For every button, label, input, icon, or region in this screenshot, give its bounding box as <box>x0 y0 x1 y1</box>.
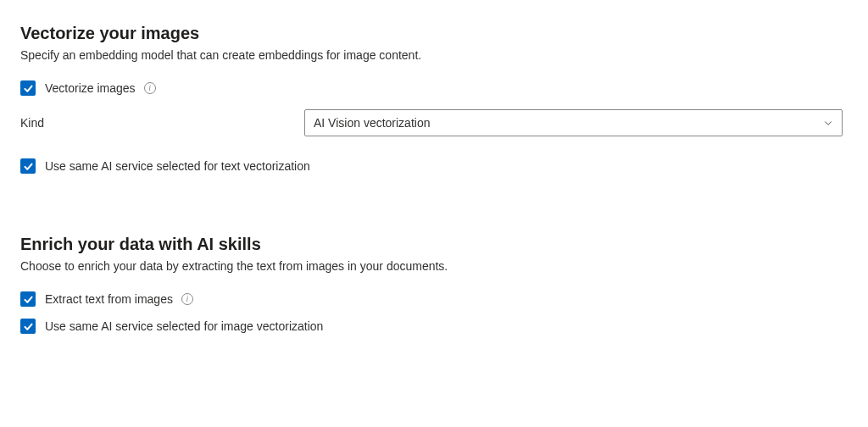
same-service-image-label[interactable]: Use same AI service selected for image v… <box>45 319 323 333</box>
kind-select[interactable]: AI Vision vectorization <box>304 109 843 136</box>
extract-text-label[interactable]: Extract text from images <box>45 292 173 306</box>
kind-select-value: AI Vision vectorization <box>314 116 430 130</box>
vectorize-images-checkbox[interactable] <box>20 80 36 96</box>
section-title: Enrich your data with AI skills <box>20 235 848 254</box>
chevron-down-icon <box>823 118 833 128</box>
checkmark-icon <box>23 161 34 172</box>
kind-field-row: Kind AI Vision vectorization <box>20 109 848 136</box>
same-service-text-row: Use same AI service selected for text ve… <box>20 158 848 174</box>
checkmark-icon <box>23 321 34 332</box>
vectorize-images-row: Vectorize images i <box>20 80 848 96</box>
same-service-text-checkbox[interactable] <box>20 158 36 174</box>
extract-text-row: Extract text from images i <box>20 291 848 307</box>
info-icon[interactable]: i <box>181 293 193 305</box>
vectorize-images-label[interactable]: Vectorize images <box>45 81 136 95</box>
checkmark-icon <box>23 294 34 305</box>
checkmark-icon <box>23 83 34 94</box>
enrich-ai-skills-section: Enrich your data with AI skills Choose t… <box>20 235 848 334</box>
extract-text-checkbox[interactable] <box>20 291 36 307</box>
vectorize-images-section: Vectorize your images Specify an embeddi… <box>20 24 848 174</box>
section-description: Choose to enrich your data by extracting… <box>20 259 848 273</box>
info-icon[interactable]: i <box>144 82 156 94</box>
kind-label: Kind <box>20 116 304 130</box>
section-gap <box>20 186 848 235</box>
section-description: Specify an embedding model that can crea… <box>20 48 848 62</box>
same-service-image-checkbox[interactable] <box>20 319 36 334</box>
same-service-text-label[interactable]: Use same AI service selected for text ve… <box>45 159 310 173</box>
same-service-image-row: Use same AI service selected for image v… <box>20 319 848 334</box>
section-title: Vectorize your images <box>20 24 848 43</box>
